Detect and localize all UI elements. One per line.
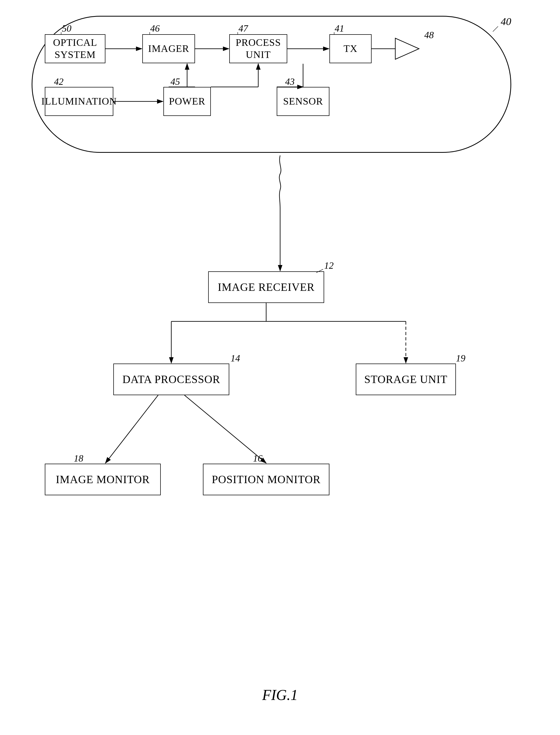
process-unit-label: PROCESSUNIT [236,37,281,61]
svg-text:14: 14 [231,353,240,364]
image-receiver-label: IMAGE RECEIVER [218,281,314,294]
image-monitor-box: IMAGE MONITOR [45,464,161,495]
svg-text:40: 40 [501,16,511,27]
svg-text:19: 19 [456,353,465,364]
data-processor-box: DATA PROCESSOR [113,364,229,395]
imager-label: IMAGER [148,43,189,55]
process-unit-box: PROCESSUNIT [229,34,287,63]
svg-line-22 [493,26,498,32]
optical-system-box: OPTICALSYSTEM [45,34,105,63]
figure-label: FIG.1 [262,687,298,703]
power-label: POWER [169,95,205,108]
sensor-box: SENSOR [277,87,329,116]
illumination-box: ILLUMINATION [45,87,113,116]
tx-box: TX [329,34,372,63]
power-box: POWER [163,87,211,116]
image-monitor-label: IMAGE MONITOR [56,473,150,486]
position-monitor-label: POSITION MONITOR [212,473,320,486]
svg-text:16: 16 [253,453,262,464]
illumination-label: ILLUMINATION [41,95,117,108]
sensor-label: SENSOR [283,95,323,108]
svg-text:12: 12 [324,260,334,271]
imager-box: IMAGER [142,34,195,63]
svg-line-19 [105,395,158,463]
svg-text:18: 18 [74,453,83,464]
storage-unit-label: STORAGE UNIT [364,373,447,386]
position-monitor-box: POSITION MONITOR [203,464,329,495]
data-processor-label: DATA PROCESSOR [122,373,220,386]
optical-system-label: OPTICALSYSTEM [53,37,97,61]
tx-label: TX [344,43,358,55]
svg-line-20 [184,395,266,463]
image-receiver-box: IMAGE RECEIVER [208,271,324,303]
storage-unit-box: STORAGE UNIT [356,364,456,395]
